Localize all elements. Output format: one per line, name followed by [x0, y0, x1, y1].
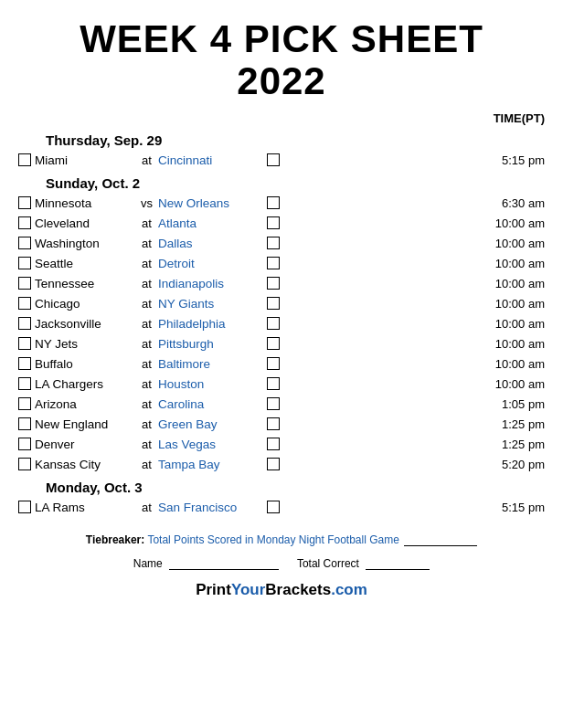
game-time: 10:00 am: [481, 277, 545, 290]
connector: at: [135, 153, 158, 167]
game-row: New England at Green Bay 1:25 pm: [18, 414, 545, 434]
home-team: Kansas City: [35, 458, 135, 471]
away-checkbox[interactable]: [267, 357, 280, 370]
game-time: 10:00 am: [481, 377, 545, 391]
away-team: Indianapolis: [158, 277, 263, 290]
home-team: Jacksonville: [35, 317, 135, 331]
home-checkbox[interactable]: [18, 417, 31, 430]
brand: PrintYourBrackets.com: [18, 581, 545, 599]
section-header-thursday: Thursday, Sep. 29: [18, 127, 545, 150]
game-row: Denver at Las Vegas 1:25 pm: [18, 434, 545, 454]
home-checkbox[interactable]: [18, 196, 31, 209]
away-checkbox[interactable]: [267, 417, 280, 430]
page-title: WEEK 4 PICK SHEET 2022: [18, 9, 545, 110]
away-checkbox[interactable]: [267, 257, 280, 269]
connector: at: [135, 237, 158, 250]
away-team: Pittsburgh: [158, 337, 263, 351]
game-time: 1:25 pm: [481, 438, 545, 451]
game-time: 10:00 am: [481, 357, 545, 371]
section-header-monday: Monday, Oct. 3: [18, 474, 545, 497]
home-checkbox[interactable]: [18, 377, 31, 390]
home-checkbox[interactable]: [18, 277, 31, 290]
home-team: Chicago: [35, 297, 135, 311]
home-checkbox[interactable]: [18, 153, 31, 166]
home-checkbox[interactable]: [18, 216, 31, 229]
connector: vs: [135, 196, 158, 210]
game-row: Tennessee at Indianapolis 10:00 am: [18, 273, 545, 293]
game-row: Buffalo at Baltimore 10:00 am: [18, 353, 545, 374]
home-team: LA Chargers: [35, 377, 135, 391]
correct-line[interactable]: [366, 569, 430, 570]
game-time: 5:15 pm: [481, 501, 545, 514]
away-team: Houston: [158, 377, 263, 391]
game-time: 10:00 am: [481, 317, 545, 331]
home-checkbox[interactable]: [18, 357, 31, 370]
connector: at: [135, 438, 158, 451]
away-team: Dallas: [158, 237, 263, 250]
game-time: 10:00 am: [481, 237, 545, 250]
connector: at: [135, 397, 158, 411]
away-checkbox[interactable]: [267, 438, 280, 450]
away-team: Las Vegas: [158, 438, 263, 451]
home-checkbox[interactable]: [18, 458, 31, 470]
game-time: 10:00 am: [481, 337, 545, 351]
away-checkbox[interactable]: [267, 196, 280, 209]
away-team: Green Bay: [158, 417, 263, 431]
home-checkbox[interactable]: [18, 257, 31, 269]
away-checkbox[interactable]: [267, 458, 280, 470]
tiebreaker-label: Tiebreaker:: [86, 533, 144, 546]
home-checkbox[interactable]: [18, 397, 31, 410]
connector: at: [135, 377, 158, 391]
home-team: Tennessee: [35, 277, 135, 290]
away-team: NY Giants: [158, 297, 263, 311]
home-team: Denver: [35, 438, 135, 451]
home-checkbox[interactable]: [18, 438, 31, 450]
home-team: Miami: [35, 153, 135, 167]
away-checkbox[interactable]: [267, 397, 280, 410]
home-checkbox[interactable]: [18, 501, 31, 513]
away-team: Detroit: [158, 257, 263, 270]
away-team: Philadelphia: [158, 317, 263, 331]
home-checkbox[interactable]: [18, 237, 31, 249]
game-row: Cleveland at Atlanta 10:00 am: [18, 213, 545, 233]
tiebreaker-section: Tiebreaker: Total Points Scored in Monda…: [18, 533, 545, 546]
home-team: Minnesota: [35, 196, 135, 210]
away-team: New Orleans: [158, 196, 263, 210]
connector: at: [135, 317, 158, 331]
away-checkbox[interactable]: [267, 297, 280, 310]
home-team: Buffalo: [35, 357, 135, 371]
game-time: 5:15 pm: [481, 153, 545, 167]
time-column-header: TIME(PT): [481, 111, 545, 125]
game-row: Jacksonville at Philadelphia 10:00 am: [18, 313, 545, 333]
section-header-sunday: Sunday, Oct. 2: [18, 170, 545, 193]
game-row: Chicago at NY Giants 10:00 am: [18, 293, 545, 313]
away-checkbox[interactable]: [267, 377, 280, 390]
home-team: New England: [35, 417, 135, 431]
away-checkbox[interactable]: [267, 153, 280, 166]
away-checkbox[interactable]: [267, 317, 280, 330]
name-label: Name: [133, 557, 163, 570]
game-row: Minnesota vs New Orleans 6:30 am: [18, 193, 545, 213]
away-checkbox[interactable]: [267, 337, 280, 350]
connector: at: [135, 216, 158, 230]
away-checkbox[interactable]: [267, 216, 280, 229]
connector: at: [135, 337, 158, 351]
home-checkbox[interactable]: [18, 317, 31, 330]
home-team: Arizona: [35, 397, 135, 411]
tiebreaker-text: Total Points Scored in Monday Night Foot…: [147, 533, 398, 546]
game-row: Kansas City at Tampa Bay 5:20 pm: [18, 454, 545, 474]
away-team: Cincinnati: [158, 153, 263, 167]
home-team: Washington: [35, 237, 135, 250]
away-checkbox[interactable]: [267, 501, 280, 513]
away-checkbox[interactable]: [267, 237, 280, 249]
away-team: Carolina: [158, 397, 263, 411]
home-checkbox[interactable]: [18, 337, 31, 350]
home-team: Cleveland: [35, 216, 135, 230]
game-time: 10:00 am: [481, 297, 545, 311]
connector: at: [135, 277, 158, 290]
name-line[interactable]: [169, 569, 279, 570]
game-row: Seattle at Detroit 10:00 am: [18, 253, 545, 273]
game-row: NY Jets at Pittsburgh 10:00 am: [18, 333, 545, 353]
away-checkbox[interactable]: [267, 277, 280, 290]
home-checkbox[interactable]: [18, 297, 31, 310]
